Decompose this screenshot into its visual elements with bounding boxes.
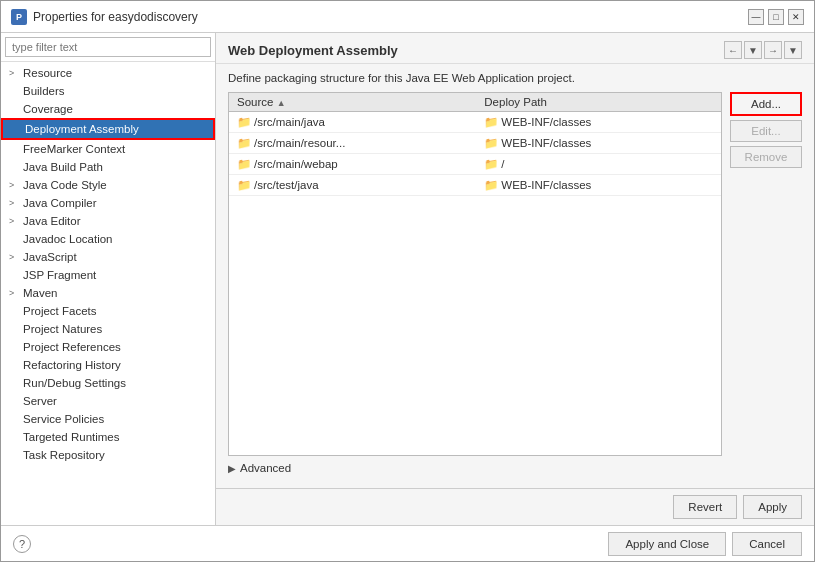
tree-item-label: Javadoc Location bbox=[23, 233, 113, 245]
tree-item-label: JavaScript bbox=[23, 251, 77, 263]
right-header: Web Deployment Assembly ← ▼ → ▼ bbox=[216, 33, 814, 64]
assembly-area: Source ▲ Deploy Path 📁/src/main/java📁WEB… bbox=[228, 92, 802, 456]
source-cell: 📁/src/test/java bbox=[229, 175, 476, 196]
tree-item-coverage[interactable]: Coverage bbox=[1, 100, 215, 118]
tree-item-label: Project Natures bbox=[23, 323, 102, 335]
tree-item-label: Coverage bbox=[23, 103, 73, 115]
tree-item-javascript[interactable]: >JavaScript bbox=[1, 248, 215, 266]
table-row[interactable]: 📁/src/main/resour...📁WEB-INF/classes bbox=[229, 133, 721, 154]
tree-item-java-compiler[interactable]: >Java Compiler bbox=[1, 194, 215, 212]
nav-menu-button[interactable]: ▼ bbox=[784, 41, 802, 59]
table-row[interactable]: 📁/src/main/webap📁/ bbox=[229, 154, 721, 175]
sort-arrow: ▲ bbox=[277, 98, 286, 108]
tree-arrow-icon: > bbox=[9, 68, 19, 78]
tree-item-label: Task Repository bbox=[23, 449, 105, 461]
footer-left: ? bbox=[13, 535, 31, 553]
window-title: Properties for easydodiscovery bbox=[33, 10, 198, 24]
edit-button[interactable]: Edit... bbox=[730, 120, 802, 142]
cancel-button[interactable]: Cancel bbox=[732, 532, 802, 556]
side-buttons: Add... Edit... Remove bbox=[730, 92, 802, 456]
apply-close-button[interactable]: Apply and Close bbox=[608, 532, 726, 556]
description-text: Define packaging structure for this Java… bbox=[228, 72, 802, 84]
tree-item-label: Deployment Assembly bbox=[25, 123, 139, 135]
title-bar: P Properties for easydodiscovery — □ ✕ bbox=[1, 1, 814, 33]
tree-item-label: Java Build Path bbox=[23, 161, 103, 173]
tree-item-freemarker-context[interactable]: FreeMarker Context bbox=[1, 140, 215, 158]
apply-button[interactable]: Apply bbox=[743, 495, 802, 519]
source-cell: 📁/src/main/java bbox=[229, 112, 476, 133]
tree-item-server[interactable]: Server bbox=[1, 392, 215, 410]
tree-arrow-icon: > bbox=[9, 252, 19, 262]
filter-box bbox=[1, 33, 215, 62]
tree-item-label: Service Policies bbox=[23, 413, 104, 425]
tree-item-task-repository[interactable]: Task Repository bbox=[1, 446, 215, 464]
tree-item-label: Java Editor bbox=[23, 215, 81, 227]
tree-item-maven[interactable]: >Maven bbox=[1, 284, 215, 302]
minimize-button[interactable]: — bbox=[748, 9, 764, 25]
close-button[interactable]: ✕ bbox=[788, 9, 804, 25]
remove-button[interactable]: Remove bbox=[730, 146, 802, 168]
footer-bar: ? Apply and Close Cancel bbox=[1, 525, 814, 561]
tree-item-project-natures[interactable]: Project Natures bbox=[1, 320, 215, 338]
tree-item-service-policies[interactable]: Service Policies bbox=[1, 410, 215, 428]
tree-item-label: Java Compiler bbox=[23, 197, 97, 209]
tree-item-label: Targeted Runtimes bbox=[23, 431, 120, 443]
tree-item-java-build-path[interactable]: Java Build Path bbox=[1, 158, 215, 176]
tree-item-label: Maven bbox=[23, 287, 58, 299]
tree-item-rundebug-settings[interactable]: Run/Debug Settings bbox=[1, 374, 215, 392]
tree-item-builders[interactable]: Builders bbox=[1, 82, 215, 100]
deploy-path-cell: 📁WEB-INF/classes bbox=[476, 175, 721, 196]
assembly-table: Source ▲ Deploy Path 📁/src/main/java📁WEB… bbox=[229, 93, 721, 196]
content-area: >ResourceBuildersCoverageDeployment Asse… bbox=[1, 33, 814, 525]
tree-item-refactoring-history[interactable]: Refactoring History bbox=[1, 356, 215, 374]
table-container: Source ▲ Deploy Path 📁/src/main/java📁WEB… bbox=[228, 92, 722, 456]
tree-item-label: Project References bbox=[23, 341, 121, 353]
right-panel: Web Deployment Assembly ← ▼ → ▼ Define p… bbox=[216, 33, 814, 525]
tree-arrow-icon: > bbox=[9, 180, 19, 190]
tree-item-project-facets[interactable]: Project Facets bbox=[1, 302, 215, 320]
title-controls: — □ ✕ bbox=[748, 9, 804, 25]
tree-arrow-icon: > bbox=[9, 216, 19, 226]
properties-window: P Properties for easydodiscovery — □ ✕ >… bbox=[0, 0, 815, 562]
deploy-path-cell: 📁WEB-INF/classes bbox=[476, 112, 721, 133]
deploy-path-cell: 📁WEB-INF/classes bbox=[476, 133, 721, 154]
footer-right: Apply and Close Cancel bbox=[608, 532, 802, 556]
help-icon[interactable]: ? bbox=[13, 535, 31, 553]
tree-arrow-icon: > bbox=[9, 288, 19, 298]
tree-item-label: Project Facets bbox=[23, 305, 97, 317]
advanced-label: Advanced bbox=[240, 462, 291, 474]
table-row[interactable]: 📁/src/main/java📁WEB-INF/classes bbox=[229, 112, 721, 133]
table-row[interactable]: 📁/src/test/java📁WEB-INF/classes bbox=[229, 175, 721, 196]
left-panel: >ResourceBuildersCoverageDeployment Asse… bbox=[1, 33, 216, 525]
tree-item-targeted-runtimes[interactable]: Targeted Runtimes bbox=[1, 428, 215, 446]
tree-item-javadoc-location[interactable]: Javadoc Location bbox=[1, 230, 215, 248]
advanced-section[interactable]: ▶ Advanced bbox=[228, 456, 802, 480]
source-cell: 📁/src/main/webap bbox=[229, 154, 476, 175]
tree-item-label: FreeMarker Context bbox=[23, 143, 125, 155]
tree-item-project-references[interactable]: Project References bbox=[1, 338, 215, 356]
tree-item-label: JSP Fragment bbox=[23, 269, 96, 281]
tree-item-java-editor[interactable]: >Java Editor bbox=[1, 212, 215, 230]
tree-item-java-code-style[interactable]: >Java Code Style bbox=[1, 176, 215, 194]
nav-buttons: ← ▼ → ▼ bbox=[724, 41, 802, 59]
tree-item-label: Resource bbox=[23, 67, 72, 79]
tree-item-label: Refactoring History bbox=[23, 359, 121, 371]
add-button[interactable]: Add... bbox=[730, 92, 802, 116]
col-deploy-path: Deploy Path bbox=[476, 93, 721, 112]
tree-item-deployment-assembly[interactable]: Deployment Assembly bbox=[1, 118, 215, 140]
tree-arrow-icon: > bbox=[9, 198, 19, 208]
advanced-arrow-icon: ▶ bbox=[228, 463, 236, 474]
title-bar-left: P Properties for easydodiscovery bbox=[11, 9, 198, 25]
nav-forward-button[interactable]: → bbox=[764, 41, 782, 59]
tree-item-label: Run/Debug Settings bbox=[23, 377, 126, 389]
nav-back-button[interactable]: ← bbox=[724, 41, 742, 59]
maximize-button[interactable]: □ bbox=[768, 9, 784, 25]
nav-down-button[interactable]: ▼ bbox=[744, 41, 762, 59]
tree-item-jsp-fragment[interactable]: JSP Fragment bbox=[1, 266, 215, 284]
tree-list: >ResourceBuildersCoverageDeployment Asse… bbox=[1, 62, 215, 525]
tree-item-label: Java Code Style bbox=[23, 179, 107, 191]
filter-input[interactable] bbox=[5, 37, 211, 57]
revert-button[interactable]: Revert bbox=[673, 495, 737, 519]
tree-item-resource[interactable]: >Resource bbox=[1, 64, 215, 82]
tree-item-label: Server bbox=[23, 395, 57, 407]
